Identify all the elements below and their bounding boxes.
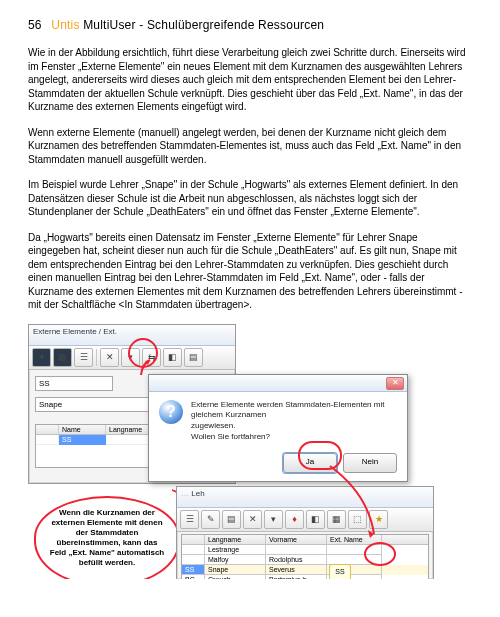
dialog-line3: Wollen Sie fortfahren? (191, 432, 397, 443)
table-row[interactable]: Malfoy Rodolphus (182, 555, 428, 565)
c: Malfoy (205, 555, 266, 565)
page-header: 56 Untis MultiUser - Schulübergreifende … (28, 18, 472, 32)
toolbar-btn-4[interactable]: ✕ (100, 348, 119, 367)
window2-title: … Leh (177, 487, 433, 508)
g2-h3: Ext. Name (327, 535, 382, 544)
tb2-btn-8[interactable]: ▦ (327, 510, 346, 529)
dialog-line2: zugewiesen. (191, 421, 397, 432)
table-row[interactable]: Lestrange (182, 545, 428, 555)
g2-h1: Langname (205, 535, 266, 544)
field-shortname[interactable]: SS (35, 376, 113, 391)
toolbar-btn-7[interactable]: ◧ (163, 348, 182, 367)
c (327, 545, 382, 555)
no-button[interactable]: Nein (343, 453, 397, 473)
dialog-titlebar: ✕ (149, 375, 407, 392)
page-number: 56 (28, 18, 42, 32)
question-icon: ? (159, 400, 183, 424)
window2-title-text: Leh (191, 489, 204, 498)
ext-name-highlight: SS (329, 564, 351, 579)
confirm-dialog: ✕ ? Externe Elemente werden Stammdaten-E… (148, 374, 408, 482)
tb2-btn-1[interactable]: ☰ (180, 510, 199, 529)
callout-text: Wenn die Kurznamen der externen Elemente… (50, 508, 165, 567)
table-row[interactable]: SS Snape Severus SS (182, 565, 428, 575)
field-longname[interactable]: Snape (35, 397, 163, 412)
tb2-btn-5[interactable]: ▾ (264, 510, 283, 529)
grid-cell-name[interactable]: SS (59, 435, 106, 445)
tb2-btn-3[interactable]: ▤ (222, 510, 241, 529)
c (182, 555, 205, 565)
toolbar-btn-1[interactable]: ✦ (32, 348, 51, 367)
toolbar-btn-8[interactable]: ▤ (184, 348, 203, 367)
figure: Externe Elemente / Ext. ✦ ▦ ☰ ✕ ▾ ⇆ ◧ ▤ … (28, 324, 458, 579)
callout-bubble: Wenn die Kurznamen der externen Elemente… (34, 496, 180, 579)
c: Rodolphus (266, 555, 327, 565)
window-lehrer: … Leh ☰ ✎ ▤ ✕ ▾ ♦ ◧ ▦ ⬚ ★ Langname Vorna… (176, 486, 434, 579)
g2-h2: Vorname (266, 535, 327, 544)
paragraph-4: Da „Hogwarts" bereits einen Datensatz im… (28, 231, 472, 312)
tb2-btn-9[interactable]: ⬚ (348, 510, 367, 529)
c: SS (182, 565, 205, 575)
toolbar2: ☰ ✎ ▤ ✕ ▾ ♦ ◧ ▦ ⬚ ★ (177, 508, 433, 532)
window-title: Externe Elemente / Ext. (29, 325, 235, 346)
paragraph-3: Im Beispiel wurde Lehrer „Snape" in der … (28, 178, 472, 219)
tb2-btn-6[interactable]: ♦ (285, 510, 304, 529)
paragraph-1: Wie in der Abbildung ersichtlich, führt … (28, 46, 472, 114)
c: Snape (205, 565, 266, 575)
c: Crouch (205, 575, 266, 579)
c (266, 545, 327, 555)
paragraph-2: Wenn externe Elemente (manuell) angelegt… (28, 126, 472, 167)
grid-hdr-name: Name (59, 425, 106, 434)
window-title-text: Externe Elemente / Ext. (33, 327, 117, 336)
toolbar-btn-5[interactable]: ▾ (121, 348, 140, 367)
tb2-btn-10[interactable]: ★ (369, 510, 388, 529)
c: Lestrange (205, 545, 266, 555)
c: Bartemius jr. (266, 575, 327, 579)
header-title: MultiUser - Schulübergreifende Ressource… (80, 18, 325, 32)
grid-cell[interactable] (36, 435, 59, 445)
close-icon[interactable]: ✕ (386, 377, 404, 390)
toolbar-btn-3[interactable]: ☰ (74, 348, 93, 367)
c: BC (182, 575, 205, 579)
c: Severus (266, 565, 327, 575)
c (182, 545, 205, 555)
toolbar-btn-transfer[interactable]: ⇆ (142, 348, 161, 367)
grid-hdr-blank (36, 425, 59, 434)
grid-lehrer: Langname Vorname Ext. Name Lestrange Mal… (181, 534, 429, 579)
g2-h0 (182, 535, 205, 544)
tb2-btn-2[interactable]: ✎ (201, 510, 220, 529)
brand: Untis (51, 18, 79, 32)
tb2-btn-4[interactable]: ✕ (243, 510, 262, 529)
toolbar-btn-2[interactable]: ▦ (53, 348, 72, 367)
c-ext: SS (327, 565, 382, 575)
tb2-btn-7[interactable]: ◧ (306, 510, 325, 529)
yes-button[interactable]: Ja (283, 453, 337, 473)
toolbar: ✦ ▦ ☰ ✕ ▾ ⇆ ◧ ▤ (29, 346, 235, 370)
toolbar-sep (96, 349, 97, 366)
dialog-line1: Externe Elemente werden Stammdaten-Eleme… (191, 400, 397, 422)
table-row[interactable]: BC Crouch Bartemius jr. (182, 575, 428, 579)
dialog-text: Externe Elemente werden Stammdaten-Eleme… (191, 400, 397, 443)
